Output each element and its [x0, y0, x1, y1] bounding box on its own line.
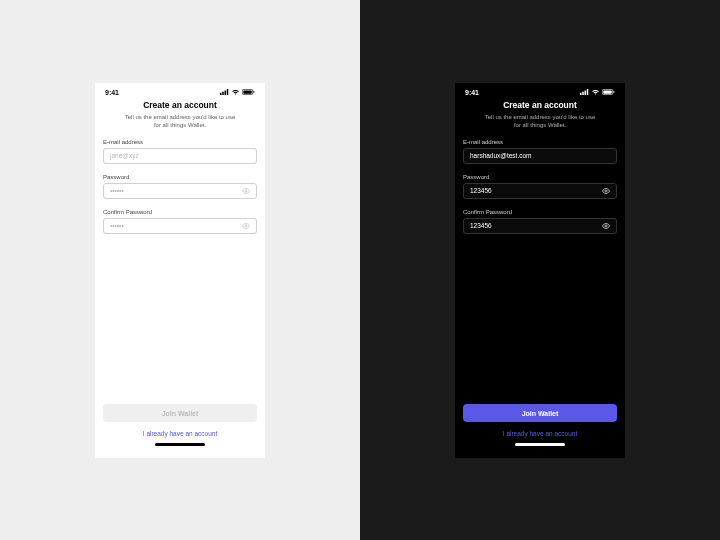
confirm-password-field[interactable]: 123456 — [463, 218, 617, 234]
email-label: E-mail address — [463, 139, 617, 145]
wifi-icon — [591, 89, 600, 95]
svg-point-8 — [245, 225, 247, 227]
svg-rect-15 — [613, 91, 614, 93]
status-indicators — [220, 89, 255, 95]
email-label: E-mail address — [103, 139, 257, 145]
email-field[interactable]: harshadux@test.com — [463, 148, 617, 164]
svg-rect-9 — [580, 93, 582, 95]
confirm-password-label: Confirm Password — [103, 209, 257, 215]
svg-rect-1 — [222, 92, 224, 95]
join-wallet-button[interactable]: Join Wallet — [103, 404, 257, 422]
eye-icon[interactable] — [602, 222, 610, 230]
password-label: Password — [463, 174, 617, 180]
svg-rect-6 — [253, 91, 254, 93]
wifi-icon — [231, 89, 240, 95]
dark-background: 9:41 Create an account Tell us the email… — [360, 0, 720, 540]
page-subtitle: Tell us the email address you'd like to … — [463, 113, 617, 129]
email-value: harshadux@test.com — [470, 152, 532, 159]
svg-point-17 — [605, 225, 607, 227]
svg-point-16 — [605, 190, 607, 192]
page-title: Create an account — [103, 100, 257, 110]
page-title: Create an account — [463, 100, 617, 110]
svg-rect-11 — [585, 91, 587, 96]
svg-rect-12 — [587, 89, 589, 95]
phone-light: 9:41 Create an account Tell us the email… — [95, 83, 265, 458]
battery-icon — [602, 89, 615, 95]
svg-rect-0 — [220, 93, 222, 95]
home-indicator[interactable] — [515, 443, 565, 446]
bottom-actions: Join Wallet I already have an account — [455, 404, 625, 458]
join-wallet-button[interactable]: Join Wallet — [463, 404, 617, 422]
existing-account-link[interactable]: I already have an account — [143, 430, 217, 437]
email-placeholder-text: jane@xyz — [110, 152, 139, 159]
bottom-actions: Join Wallet I already have an account — [95, 404, 265, 458]
form-content: Create an account Tell us the email addr… — [95, 98, 265, 234]
cellular-icon — [220, 89, 229, 95]
cellular-icon — [580, 89, 589, 95]
confirm-value: 123456 — [470, 222, 492, 229]
home-indicator[interactable] — [155, 443, 205, 446]
confirm-placeholder-text: •••••• — [110, 222, 124, 229]
existing-account-link[interactable]: I already have an account — [503, 430, 577, 437]
status-time: 9:41 — [465, 89, 479, 96]
form-content: Create an account Tell us the email addr… — [455, 98, 625, 234]
password-field[interactable]: •••••• — [103, 183, 257, 199]
svg-rect-5 — [243, 90, 251, 93]
email-field[interactable]: jane@xyz — [103, 148, 257, 164]
eye-icon[interactable] — [242, 187, 250, 195]
svg-rect-10 — [582, 92, 584, 95]
svg-rect-2 — [225, 91, 227, 96]
password-field[interactable]: 123456 — [463, 183, 617, 199]
light-background: 9:41 Create an account Tell us the email… — [0, 0, 360, 540]
svg-rect-3 — [227, 89, 229, 95]
svg-point-7 — [245, 190, 247, 192]
password-label: Password — [103, 174, 257, 180]
page-subtitle: Tell us the email address you'd like to … — [103, 113, 257, 129]
confirm-password-label: Confirm Password — [463, 209, 617, 215]
phone-dark: 9:41 Create an account Tell us the email… — [455, 83, 625, 458]
password-value: 123456 — [470, 187, 492, 194]
status-time: 9:41 — [105, 89, 119, 96]
password-placeholder-text: •••••• — [110, 187, 124, 194]
status-bar: 9:41 — [95, 83, 265, 98]
eye-icon[interactable] — [242, 222, 250, 230]
battery-icon — [242, 89, 255, 95]
eye-icon[interactable] — [602, 187, 610, 195]
status-indicators — [580, 89, 615, 95]
svg-rect-14 — [603, 90, 611, 93]
confirm-password-field[interactable]: •••••• — [103, 218, 257, 234]
status-bar: 9:41 — [455, 83, 625, 98]
